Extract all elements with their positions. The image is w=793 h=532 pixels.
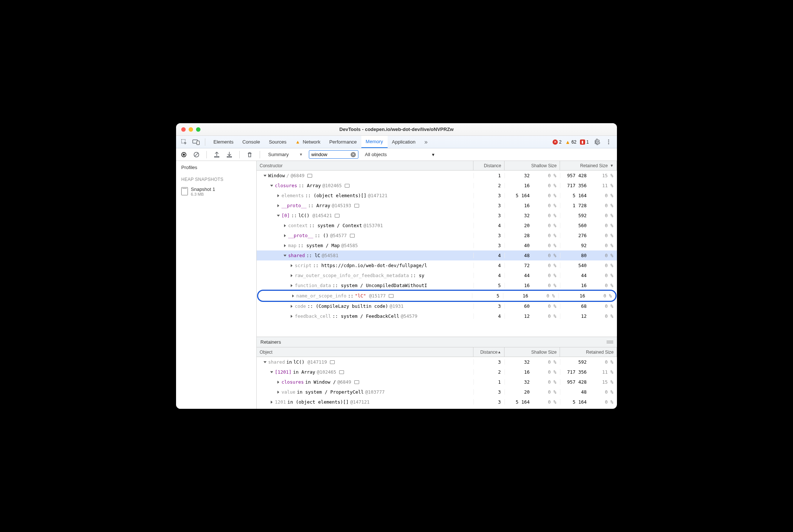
object-link-icon[interactable] <box>335 214 340 218</box>
window-title: DevTools - codepen.io/web-dot-dev/live/o… <box>176 127 617 132</box>
tab-network[interactable]: ▲Network <box>291 136 325 148</box>
disclosure-closed-icon[interactable] <box>271 401 273 404</box>
col-object[interactable]: Object <box>257 347 473 357</box>
table-row[interactable]: function_data :: system / UncompiledData… <box>257 280 617 290</box>
issue-count[interactable]: ▮1 <box>580 139 589 145</box>
tab-console[interactable]: Console <box>238 136 264 148</box>
warning-count[interactable]: ▲62 <box>565 139 576 145</box>
chevron-down-icon: ▼ <box>431 152 435 157</box>
settings-icon[interactable] <box>593 138 601 147</box>
property-name: elements <box>281 193 304 198</box>
table-row[interactable]: shared in lC() @1471193320 %5920 % <box>257 357 617 367</box>
gc-icon[interactable] <box>245 150 254 159</box>
disclosure-closed-icon[interactable] <box>291 284 293 287</box>
more-tabs-icon[interactable]: » <box>420 136 432 148</box>
object-link-icon[interactable] <box>354 380 359 384</box>
device-icon[interactable] <box>191 137 201 147</box>
disclosure-open-icon[interactable] <box>270 371 273 373</box>
object-link-icon[interactable] <box>345 184 350 188</box>
table-row[interactable]: code :: (CompileLazy builtin code) @1931… <box>257 301 617 311</box>
disclosure-closed-icon[interactable] <box>291 274 293 277</box>
disclosure-closed-icon[interactable] <box>284 234 286 237</box>
table-row[interactable]: context :: system / Context @1537014200 … <box>257 220 617 230</box>
table-row[interactable]: script :: https://cdpn.io/web-dot-dev/fu… <box>257 260 617 270</box>
snapshot-name: Snapshot 1 <box>191 186 215 192</box>
table-row[interactable]: elements :: (object elements)[] @1471213… <box>257 191 617 201</box>
panel-tabs: Elements Console Sources ▲Network Perfor… <box>209 136 432 148</box>
snapshot-size: 6.3 MB <box>191 192 215 196</box>
disclosure-closed-icon[interactable] <box>284 224 286 227</box>
memory-toolbar: Summary▼ ✕ All objects▼ <box>176 148 617 161</box>
object-link-icon[interactable] <box>389 294 394 298</box>
tab-performance[interactable]: Performance <box>325 136 361 148</box>
table-row[interactable]: value in system / PropertyCell @10377732… <box>257 387 617 397</box>
object-link-icon[interactable] <box>339 370 344 374</box>
table-row[interactable]: closures in Window / @68491320 %957 4281… <box>257 377 617 387</box>
property-name: script <box>295 263 311 268</box>
snapshot-item[interactable]: Snapshot 1 6.3 MB <box>176 184 256 199</box>
disclosure-closed-icon[interactable] <box>284 244 286 247</box>
tab-application[interactable]: Application <box>388 136 420 148</box>
table-row[interactable]: feedback_cell :: system / FeedbackCell @… <box>257 311 617 321</box>
disclosure-closed-icon[interactable] <box>277 194 279 197</box>
disclosure-open-icon[interactable] <box>270 185 273 186</box>
table-row[interactable]: closures :: Array @1024652160 %717 35611… <box>257 181 617 191</box>
object-link-icon[interactable] <box>330 360 335 364</box>
property-name: __proto__ <box>281 203 307 208</box>
retainers-header[interactable]: Retainers <box>257 337 617 347</box>
col-retained-size[interactable]: Retained Size▼ <box>560 161 617 170</box>
col-constructor[interactable]: Constructor <box>257 161 473 170</box>
table-row[interactable]: shared :: lC @545814480 %800 % <box>257 250 617 260</box>
disclosure-open-icon[interactable] <box>264 361 267 363</box>
tab-memory[interactable]: Memory <box>361 136 388 148</box>
tab-sources[interactable]: Sources <box>264 136 291 148</box>
col-retained-size[interactable]: Retained Size <box>560 347 617 357</box>
view-dropdown[interactable]: Summary▼ <box>265 151 306 158</box>
table-row[interactable]: __proto__ :: Array @1451933160 %1 7280 % <box>257 201 617 211</box>
col-shallow-size[interactable]: Shallow Size <box>505 161 560 170</box>
table-row[interactable]: raw_outer_scope_info_or_feedback_metadat… <box>257 270 617 280</box>
table-row[interactable]: __proto__ :: () @545773280 %2760 % <box>257 230 617 240</box>
object-link-icon[interactable] <box>354 204 359 208</box>
clear-icon[interactable] <box>192 150 201 159</box>
table-row[interactable]: Window / @68491320 %957 42815 % <box>257 171 617 181</box>
table-row[interactable]: [0] :: lC() @1454213320 %5920 % <box>257 211 617 220</box>
clear-filter-icon[interactable]: ✕ <box>351 152 356 157</box>
object-link-icon[interactable] <box>350 234 355 238</box>
property-name: raw_outer_scope_info_or_feedback_metadat… <box>295 273 409 278</box>
drag-handle-icon[interactable] <box>607 341 613 344</box>
titlebar: DevTools - codepen.io/web-dot-dev/live/o… <box>176 123 617 136</box>
object-link-icon[interactable] <box>307 174 312 178</box>
constructor-rows[interactable]: Window / @68491320 %957 42815 %closures … <box>257 171 617 337</box>
disclosure-closed-icon[interactable] <box>277 381 279 384</box>
disclosure-closed-icon[interactable] <box>292 294 294 297</box>
table-row[interactable]: 1201 in (object elements)[] @14712135 16… <box>257 397 617 407</box>
disclosure-closed-icon[interactable] <box>291 264 293 267</box>
object-filter-dropdown[interactable]: All objects▼ <box>361 152 435 157</box>
export-icon[interactable] <box>212 150 222 159</box>
col-distance[interactable]: Distance <box>473 161 505 170</box>
disclosure-open-icon[interactable] <box>264 175 267 176</box>
disclosure-open-icon[interactable] <box>284 255 287 256</box>
col-distance[interactable]: Distance▲ <box>473 347 505 357</box>
table-row[interactable]: name_or_scope_info :: "lC" @151775160 %1… <box>258 291 615 301</box>
disclosure-open-icon[interactable] <box>277 215 280 216</box>
record-icon[interactable] <box>179 150 189 159</box>
tab-elements[interactable]: Elements <box>209 136 238 148</box>
error-count[interactable]: ✕2 <box>553 139 561 145</box>
inspect-icon[interactable] <box>179 137 189 147</box>
retainer-rows[interactable]: shared in lC() @1471193320 %5920 %[1201]… <box>257 357 617 409</box>
table-row[interactable]: map :: system / Map @545853400 %920 % <box>257 240 617 250</box>
table-row[interactable]: [1201] in Array @1024652160 %717 35611 % <box>257 367 617 377</box>
import-icon[interactable] <box>225 150 234 159</box>
col-shallow-size[interactable]: Shallow Size <box>505 347 560 357</box>
disclosure-closed-icon[interactable] <box>291 305 293 308</box>
kebab-menu-icon[interactable] <box>605 139 612 144</box>
disclosure-closed-icon[interactable] <box>291 315 293 318</box>
disclosure-closed-icon[interactable] <box>277 391 279 394</box>
profiles-heading: Profiles <box>176 161 256 174</box>
disclosure-closed-icon[interactable] <box>277 204 279 207</box>
class-filter[interactable]: ✕ <box>309 150 358 159</box>
sort-desc-icon: ▼ <box>610 164 614 168</box>
filter-input[interactable] <box>311 152 348 157</box>
